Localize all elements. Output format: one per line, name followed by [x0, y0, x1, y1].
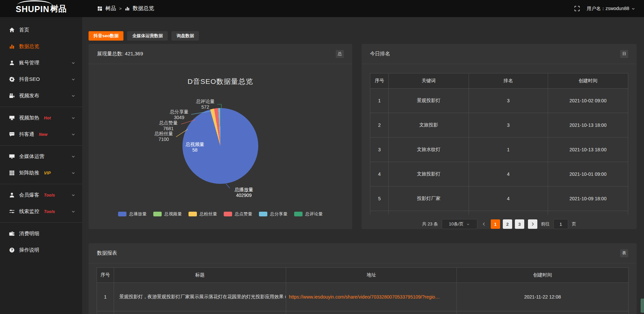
column-header: 创建时间 [457, 268, 629, 283]
sidebar-item-tag: Hot [44, 116, 51, 120]
main-content: 抖音seo数据全媒体运营数据询盘数据 展现量总数: 421,369 总 D音SE… [82, 17, 644, 314]
chevron-down-icon [71, 116, 75, 120]
table-cell: 4 [370, 162, 389, 187]
legend-item[interactable]: 总粉丝量 [189, 211, 217, 217]
table-badge[interactable]: 表 [620, 249, 628, 257]
column-header: 地址 [286, 268, 457, 283]
table-cell: 2021-10-01 09:00 [548, 162, 628, 187]
dashboard-icon [97, 6, 102, 11]
legend-swatch [189, 212, 197, 216]
sidebar-item-heat[interactable]: 视频加热Hot [0, 110, 82, 126]
legend-label: 总分享量 [270, 211, 287, 217]
table-cell: 5 [370, 187, 389, 211]
legend-item[interactable]: 总视频量 [153, 211, 182, 217]
report-table: 序号标题地址创建时间 1景观投影灯，夜游景观投影灯厂家展示展示落花灯在花园里的灯… [97, 267, 629, 314]
goto-suffix-label: 页 [572, 221, 576, 227]
sidebar-item-tag: Tools [44, 209, 55, 214]
chevron-down-icon [71, 154, 75, 159]
monitor-icon [9, 154, 15, 159]
table-cell: 1 [97, 283, 114, 311]
sidebar-divider [0, 107, 82, 107]
svg-text:?: ? [11, 248, 13, 252]
chart-title: D音SEO数据量总览 [89, 77, 352, 86]
table-cell: 4 [469, 162, 548, 187]
sidebar-item-tag: VIP [44, 171, 51, 175]
sidebar-item-monitor[interactable]: 全媒体运营 [0, 148, 82, 165]
sidebar-item-video-camera[interactable]: 视频发布 [0, 88, 82, 104]
data-tabs: 抖音seo数据全媒体运营数据询盘数据 [89, 31, 637, 41]
sidebar-item-label: 数据总览 [19, 43, 39, 50]
legend-item[interactable]: 总播放量 [118, 211, 147, 217]
table-cell: 3 [469, 113, 548, 138]
table-header-row: 序号关键词排名创建时间 [370, 73, 628, 89]
breadcrumb-separator: > [119, 6, 122, 11]
page-buttons: 123 [491, 219, 524, 229]
sidebar-item-grid[interactable]: 矩阵助推VIP [0, 165, 82, 181]
grid-icon [9, 170, 15, 176]
tab-0[interactable]: 抖音seo数据 [89, 31, 123, 41]
legend-swatch [118, 212, 126, 216]
ranking-table: 序号关键词排名创建时间 1景观投影灯32021-10-02 09:002文旅投影… [370, 73, 628, 215]
prev-page-button[interactable] [481, 222, 487, 226]
sidebar-item-label: 视频发布 [19, 93, 39, 99]
user-menu[interactable]: 用户名：zswodun88 [587, 6, 635, 12]
table-header-row: 序号标题地址创建时间 [97, 268, 629, 283]
table-cell: 投影灯厂家 [389, 187, 469, 211]
sidebar-item-user[interactable]: 账号管理 [0, 55, 82, 71]
tab-1[interactable]: 全媒体运营数据 [127, 31, 168, 41]
column-header: 创建时间 [548, 73, 628, 89]
legend-item[interactable]: 总点赞量 [224, 211, 252, 217]
video-url-link[interactable]: https://www.iesdouyin.com/share/video/70… [286, 283, 457, 311]
chevron-down-icon [71, 193, 75, 197]
breadcrumb-current[interactable]: 数据总览 [133, 5, 154, 12]
page-button-1[interactable]: 1 [491, 219, 500, 229]
chevron-down-icon [466, 222, 470, 226]
sidebar-item-label: 首页 [19, 27, 29, 33]
sidebar-divider [0, 184, 82, 184]
day-badge[interactable]: 日 [620, 50, 628, 58]
legend-swatch [224, 212, 232, 216]
sidebar-item-label: 抖音SEO [19, 76, 40, 83]
report-panel-title: 数据报表 [97, 250, 117, 256]
sidebar-item-sliders[interactable]: 线索监控Tools [0, 203, 82, 220]
sidebar-item-gear[interactable]: 抖音SEO [0, 71, 82, 88]
sidebar-item-person[interactable]: 会员爆客Tools [0, 187, 82, 203]
next-page-button[interactable] [528, 219, 537, 229]
fullscreen-icon[interactable] [574, 6, 580, 11]
page-size-select[interactable]: 10条/页 [442, 219, 477, 229]
sidebar-item-question[interactable]: ?操作说明 [0, 242, 82, 258]
page-button-2[interactable]: 2 [503, 219, 512, 229]
floating-widget[interactable] [641, 299, 644, 313]
legend-item[interactable]: 总评论量 [294, 211, 323, 217]
tab-2[interactable]: 询盘数据 [171, 31, 199, 41]
total-badge[interactable]: 总 [336, 50, 344, 58]
column-header: 序号 [97, 268, 114, 283]
table-row [370, 211, 628, 215]
legend-label: 总粉丝量 [200, 211, 217, 217]
column-header: 关键词 [389, 73, 469, 89]
sidebar-item-bar-chart[interactable]: 数据总览 [0, 38, 82, 55]
table-cell: 景观投影灯 [389, 89, 469, 113]
chevron-down-icon [631, 7, 635, 11]
table-cell: 文旅投影 [389, 113, 469, 138]
table-row: 4文旅投影灯42021-10-01 09:00 [370, 162, 628, 187]
sidebar-item-chat[interactable]: 抖客通New [0, 126, 82, 143]
sidebar-item-wallet[interactable]: 消费明细 [0, 225, 82, 242]
breadcrumb-root[interactable]: 树品 [105, 5, 116, 12]
logo-arc [17, 0, 52, 5]
heat-icon [9, 115, 15, 121]
gear-icon [9, 76, 15, 82]
seo-chart-panel: 展现量总数: 421,369 总 D音SEO数据量总览 总评论量572 总分享量… [89, 44, 352, 229]
user-icon [9, 60, 15, 66]
wallet-icon [9, 231, 15, 237]
table-cell: 2 [370, 113, 389, 138]
pie-label-videos: 总视频量58 [183, 142, 207, 153]
page-button-3[interactable]: 3 [515, 219, 524, 229]
sidebar-item-label: 账号管理 [19, 60, 39, 66]
goto-page-input[interactable] [553, 219, 568, 229]
sidebar-item-label: 视频加热 [19, 115, 39, 121]
legend-item[interactable]: 总分享量 [259, 211, 287, 217]
legend-label: 总视频量 [164, 211, 182, 217]
sidebar-item-home[interactable]: 首页 [0, 22, 82, 38]
breadcrumb: 树品 > 数据总览 [97, 5, 154, 12]
